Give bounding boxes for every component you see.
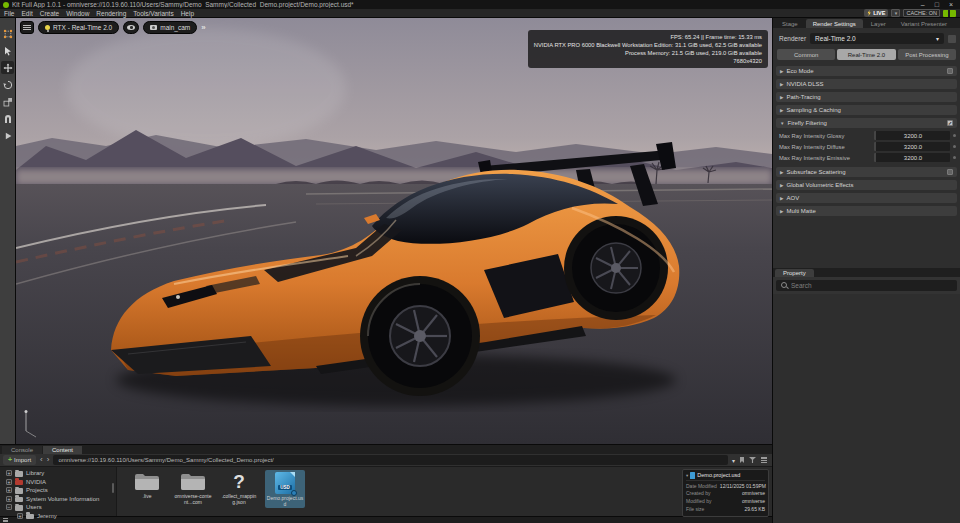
- scale-tool-button[interactable]: [1, 95, 14, 108]
- tree-item-projects[interactable]: + Projects: [0, 486, 116, 495]
- section-nvidia-dlss[interactable]: ▶ NVIDIA DLSS: [776, 79, 957, 89]
- tree-item-system-volume[interactable]: + System Volume Information: [0, 495, 116, 504]
- select-tool-button[interactable]: [1, 27, 14, 40]
- back-button[interactable]: ‹: [40, 456, 43, 464]
- section-subsurface-scattering[interactable]: ▶ Subsurface Scattering: [776, 167, 957, 177]
- subsurface-checkbox[interactable]: [947, 169, 953, 175]
- expand-icon[interactable]: +: [6, 487, 12, 493]
- section-firefly-filtering[interactable]: ▼ Firefly Filtering ✓: [776, 118, 957, 128]
- visibility-button[interactable]: [123, 21, 139, 34]
- section-eco-mode[interactable]: ▶ Eco Mode: [776, 66, 957, 76]
- menu-window[interactable]: Window: [66, 10, 89, 17]
- close-button[interactable]: ×: [949, 1, 953, 8]
- viewport-tool-column: [0, 18, 16, 444]
- section-multi-matte[interactable]: ▶ Multi Matte: [776, 206, 957, 216]
- expand-icon[interactable]: +: [17, 513, 23, 519]
- live-dropdown[interactable]: ▾: [891, 9, 900, 17]
- menu-edit[interactable]: Edit: [21, 10, 32, 17]
- file-tile-omniverse-content[interactable]: omniverse-content...com: [173, 470, 213, 506]
- reset-value-icon[interactable]: [953, 145, 956, 148]
- expand-icon[interactable]: +: [6, 479, 12, 485]
- tree-item-library[interactable]: + Library: [0, 469, 116, 478]
- renderer-mode-button[interactable]: RTX - Real-Time 2.0: [38, 21, 119, 34]
- file-tile-demo-project-usd[interactable]: USD Demo.project.usd: [265, 470, 305, 508]
- tab-console[interactable]: Console: [2, 446, 42, 454]
- move-tool-button[interactable]: [1, 61, 14, 74]
- axis-gizmo-icon: [20, 409, 46, 439]
- section-label: Multi Matte: [786, 208, 815, 214]
- view-options-icon[interactable]: [761, 457, 767, 463]
- import-label: Import: [14, 457, 31, 463]
- chevron-right-icon: ▶: [780, 170, 783, 175]
- expand-icon[interactable]: +: [6, 496, 12, 502]
- realtime-settings-button[interactable]: Real-Time 2.0: [837, 49, 895, 60]
- maximize-button[interactable]: □: [935, 1, 939, 8]
- section-global-volumetric[interactable]: ▶ Global Volumetric Effects: [776, 180, 957, 190]
- tab-render-settings[interactable]: Render Settings: [806, 19, 863, 28]
- tab-content[interactable]: Content: [43, 446, 82, 454]
- viewport[interactable]: RTX - Real-Time 2.0 main_cam ›› FPS: 65.…: [16, 18, 772, 444]
- file-label: omniverse-content...com: [174, 493, 212, 505]
- renderer-value: Real-Time 2.0: [815, 35, 856, 42]
- post-processing-button[interactable]: Post Processing: [898, 49, 956, 60]
- path-breadcrumb[interactable]: omniverse://10.19.60.110/Users/Sammy/Dem…: [53, 455, 728, 465]
- collapse-icon[interactable]: ▾: [686, 473, 688, 478]
- tree-item-users[interactable]: − Users: [0, 503, 116, 512]
- max-ray-intensity-emissive-field[interactable]: 3200.0: [874, 153, 950, 162]
- renderer-dropdown[interactable]: Real-Time 2.0 ▾: [810, 33, 944, 44]
- max-ray-intensity-glossy-field[interactable]: 3200.0: [874, 131, 950, 140]
- tab-layer[interactable]: Layer: [864, 19, 893, 28]
- menu-file[interactable]: File: [4, 10, 14, 17]
- file-tile-live[interactable]: .live: [127, 470, 167, 500]
- renderer-settings-icon[interactable]: [948, 35, 956, 43]
- tab-variant-presenter[interactable]: Variant Presenter: [894, 19, 954, 28]
- property-row: Max Ray Intensity Glossy 3200.0: [779, 131, 956, 140]
- path-dropdown-icon[interactable]: ▾: [732, 457, 735, 464]
- collapse-icon[interactable]: −: [6, 504, 12, 510]
- folder-icon: [15, 480, 23, 486]
- filter-icon[interactable]: [749, 457, 756, 463]
- chevron-right-icon: ▶: [780, 69, 783, 74]
- menu-create[interactable]: Create: [40, 10, 60, 17]
- menu-help[interactable]: Help: [181, 10, 194, 17]
- stats-gpu: NVIDIA RTX PRO 6000 Blackwell Workstatio…: [534, 41, 762, 49]
- file-tile-collect-mapping[interactable]: ? .collect_mapping.json: [219, 470, 259, 506]
- eco-mode-checkbox[interactable]: [947, 68, 953, 74]
- title-bar: Kit Full App 1.0.1 - omniverse://10.19.6…: [0, 0, 960, 9]
- tree-item-jeremy[interactable]: + Jeremy: [0, 512, 116, 521]
- forward-button[interactable]: ›: [47, 456, 50, 464]
- search-input[interactable]: [791, 282, 952, 289]
- menu-tools-variants[interactable]: Tools/Variants: [133, 10, 173, 17]
- reset-value-icon[interactable]: [953, 156, 956, 159]
- viewport-menu-button[interactable]: [20, 21, 34, 34]
- camera-select-button[interactable]: main_cam: [143, 21, 197, 34]
- section-path-tracing[interactable]: ▶ Path-Tracing: [776, 92, 957, 102]
- tab-stage[interactable]: Stage: [775, 19, 805, 28]
- tree-item-nvidia[interactable]: + NVIDIA: [0, 478, 116, 487]
- import-button[interactable]: + Import: [3, 455, 36, 465]
- property-label: Max Ray Intensity Glossy: [779, 133, 871, 139]
- property-search[interactable]: [776, 280, 957, 291]
- detail-row-date-modified: Date Modified 12/11/2025 01:59PM: [686, 483, 765, 491]
- rendered-scene-supercar: [16, 18, 772, 444]
- tree-scrollbar[interactable]: [112, 483, 115, 493]
- expand-icon[interactable]: +: [6, 470, 12, 476]
- cache-status: CACHE: ON: [903, 9, 940, 17]
- bookmark-icon[interactable]: [740, 457, 744, 463]
- common-settings-button[interactable]: Common: [777, 49, 835, 60]
- max-ray-intensity-diffuse-field[interactable]: 3200.0: [874, 142, 950, 151]
- pointer-tool-button[interactable]: [1, 44, 14, 57]
- live-toggle[interactable]: LIVE: [864, 9, 888, 17]
- play-button[interactable]: [1, 129, 14, 142]
- firefly-checkbox[interactable]: ✓: [947, 120, 953, 126]
- reset-value-icon[interactable]: [953, 134, 956, 137]
- tab-property[interactable]: Property: [775, 269, 814, 277]
- minimize-button[interactable]: –: [921, 1, 925, 8]
- section-aov[interactable]: ▶ AOV: [776, 193, 957, 203]
- menu-rendering[interactable]: Rendering: [96, 10, 126, 17]
- snap-tool-button[interactable]: [1, 112, 14, 125]
- toolbar-expand-chevrons[interactable]: ››: [201, 23, 204, 32]
- section-sampling-caching[interactable]: ▶ Sampling & Caching: [776, 105, 957, 115]
- folder-icon: [26, 514, 34, 520]
- rotate-tool-button[interactable]: [1, 78, 14, 91]
